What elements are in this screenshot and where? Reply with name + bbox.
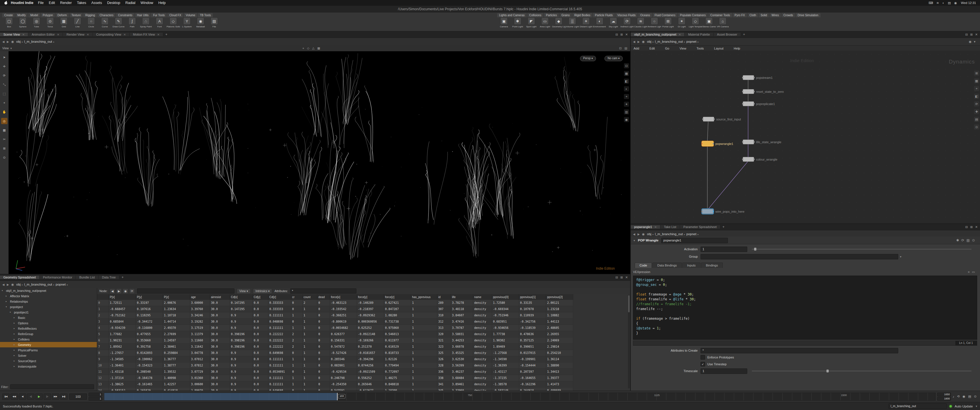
forward-icon[interactable]: ▶ (638, 233, 640, 236)
group-field[interactable] (700, 254, 898, 259)
node-body[interactable] (703, 117, 714, 122)
shelf-tool[interactable]: ▒ Volume Light (565, 17, 579, 28)
table-row[interactable]: 2-0.7521620.1102951.107183.3424630.00.90… (97, 312, 573, 319)
shelf-tab[interactable]: Texture (70, 13, 83, 17)
play-button[interactable]: ▶ (35, 394, 43, 400)
add-tool[interactable]: ⊞ (1, 145, 7, 151)
tree-item[interactable]: ▸ Colliders (0, 337, 97, 342)
shelf-tab[interactable]: TB Tools (198, 13, 213, 17)
shelf-tool[interactable]: ▢ Box (2, 17, 16, 28)
network-menu-item[interactable]: Help (734, 47, 740, 50)
network-node[interactable]: popwrangle1 (702, 141, 733, 146)
node-body[interactable] (743, 75, 754, 80)
shelf-tab[interactable]: Fluid Containers (653, 13, 678, 17)
construction-plane-icon[interactable]: ▦ (317, 46, 320, 50)
table-row[interactable]: 61.902310.3536601.245973.1166030.00.3981… (97, 337, 573, 344)
smooth-shade-icon[interactable]: ◉ (624, 117, 629, 122)
back-icon[interactable]: ◀ (633, 233, 635, 236)
expander-icon[interactable]: ▸ (14, 359, 16, 362)
shelf-tab[interactable]: Cloth (748, 13, 758, 17)
inspect-tool[interactable]: ⊙ (1, 154, 7, 161)
expander-icon[interactable]: ▸ (14, 322, 16, 324)
shelf-tool[interactable]: Y L-System (180, 17, 194, 28)
breadcrumb-item[interactable]: obj (16, 40, 23, 43)
translate-tool[interactable]: ✛ (1, 63, 7, 70)
pane-tab[interactable]: Bundle List✕ (76, 276, 98, 279)
shelf-tool[interactable]: ▣ Camera (497, 17, 511, 28)
pane-tab[interactable]: Scene View✕ (0, 33, 28, 36)
pivot-icon[interactable]: ⌖ (624, 94, 629, 99)
tree-item[interactable]: ▸ RelInAffectors (0, 326, 97, 331)
shelf-tab[interactable]: Grains (560, 13, 572, 17)
column-header[interactable]: P[x] (108, 294, 135, 300)
expand-editor-icon[interactable]: ≡ (968, 270, 969, 273)
table-scrollbar[interactable] (628, 295, 630, 388)
table-row[interactable]: 51.776820.4776552.276993.1137930.00.3981… (97, 331, 573, 337)
shelf-tab[interactable]: Drive Simulation (796, 13, 821, 17)
pane-tab[interactable]: popwrangle1✕ (631, 225, 660, 229)
tree-item[interactable]: ▸ SourceObject (0, 358, 97, 364)
global-start-field[interactable]: 1 (89, 397, 102, 400)
tree-item[interactable]: ▸ PhysicalParms (0, 347, 97, 353)
shelf-tab[interactable]: Fur Tools (151, 13, 167, 17)
shelf-tab[interactable]: Viscous Fluids (615, 13, 638, 17)
pane-tab[interactable]: Parameter Spreadsheet✕ (680, 225, 721, 229)
vex-code-editor[interactable]: f@trigger = 0;@group_sec = 0; float fram… (633, 276, 977, 340)
table-row[interactable]: 4-0.934239-0.1168002.493703.1751930.00.9… (97, 325, 573, 331)
shelf-tool[interactable]: ◇ Platonic Solids (166, 17, 180, 28)
close-pane-icon[interactable]: ✕ (975, 225, 978, 229)
shelf-tool[interactable]: ◤ Spot Light (525, 17, 538, 28)
shelf-tool[interactable]: A Font (153, 17, 166, 28)
view-dropdown[interactable]: View ▾ (237, 288, 251, 294)
tree-item[interactable]: ▸ Geometry (0, 342, 97, 347)
shelf-tool[interactable]: ≋ Caustic Light (634, 17, 648, 28)
column-header[interactable]: airresist (210, 294, 230, 300)
tree-item[interactable]: ▾ popobject1 (0, 310, 97, 315)
code-tab[interactable]: Data Bindings (652, 262, 682, 268)
column-header[interactable]: pprevious[1] (519, 294, 546, 300)
cut-tool[interactable]: ✂ (1, 136, 7, 142)
shelf-tab[interactable]: Lights and Cameras (497, 13, 527, 17)
forward-icon[interactable]: ▶ (638, 40, 640, 43)
filter-input[interactable] (10, 385, 94, 389)
breadcrumb-item[interactable]: popnet (56, 283, 68, 286)
expander-icon[interactable]: ▸ (14, 365, 16, 367)
menu-item[interactable]: Window (140, 1, 153, 5)
forward-icon[interactable]: ▶ (7, 40, 9, 43)
shelf-tab[interactable]: Characters (97, 13, 115, 17)
shelf-tool[interactable]: ∴ Spray Paint (139, 17, 153, 28)
range-end-field[interactable]: 1650 (937, 393, 951, 396)
prev-key-button[interactable]: ◀◀ (11, 394, 18, 400)
app-menu[interactable]: Houdini Indie (11, 1, 33, 5)
pane-tab[interactable]: Animation Editor✕ (28, 33, 63, 36)
collapse-caret[interactable]: ▾ (633, 239, 635, 242)
close-tab-icon[interactable]: ✕ (654, 226, 657, 229)
timescale-field[interactable]: 1 (700, 369, 747, 374)
play-reverse-button[interactable]: ◁ (27, 394, 35, 400)
tree-item[interactable]: ▾ obj/l_m_branching_out/popnet (0, 288, 97, 293)
network-node[interactable]: wire_pops_into_here (702, 209, 745, 214)
color-palette-icon[interactable]: ◧ (974, 94, 979, 99)
global-end-field[interactable]: 1800 (937, 397, 951, 400)
node-body[interactable] (743, 140, 754, 145)
column-header[interactable]: cr (291, 294, 302, 300)
pane-tab[interactable]: Asset Browser✕ (714, 33, 741, 36)
expander-icon[interactable]: ▸ (14, 343, 16, 346)
pane-tab[interactable]: Material Palette✕ (684, 33, 713, 36)
tree-item[interactable]: ▸ Basic (0, 315, 97, 320)
close-pane-icon[interactable]: ✕ (975, 33, 978, 37)
maximize-pane-icon[interactable]: ⊞ (620, 33, 623, 37)
column-header[interactable]: id (437, 294, 451, 300)
shelf-tab[interactable]: Pyro FX (733, 13, 747, 17)
shelf-tab[interactable]: Cloud FX (167, 13, 183, 17)
add-node-icon[interactable]: ⊞ (974, 71, 979, 76)
node-body[interactable] (743, 89, 754, 94)
column-header[interactable] (97, 294, 108, 300)
grid-toggle-icon[interactable]: ▦ (624, 71, 629, 76)
network-node[interactable]: source_first_input (703, 117, 741, 122)
pin-icon[interactable]: ◉ (642, 232, 645, 236)
menubar-clock[interactable]: Wed 12:31 (961, 1, 976, 5)
column-header[interactable]: life (451, 294, 473, 300)
shelf-tool[interactable]: ⊙ Torus (43, 17, 57, 28)
close-pane-icon[interactable]: ✕ (625, 33, 628, 37)
